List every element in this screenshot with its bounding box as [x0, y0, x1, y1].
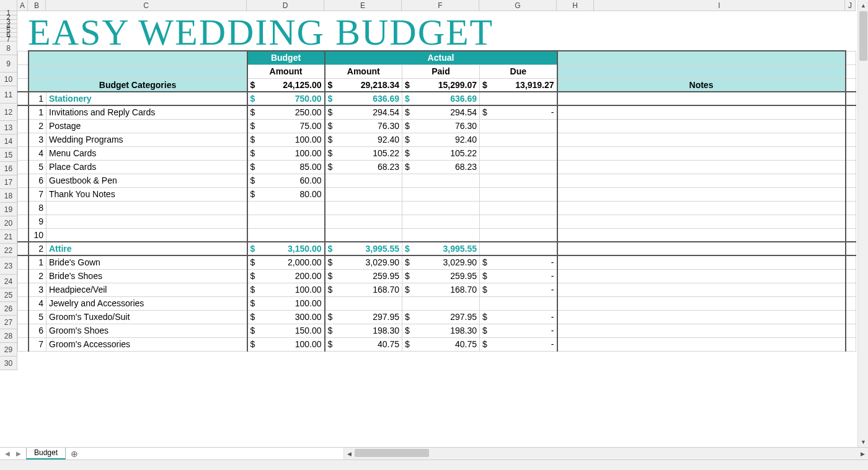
item-due[interactable] [480, 174, 557, 187]
row-header-13[interactable]: 13 [0, 121, 17, 135]
item-due[interactable]: $- [480, 269, 557, 283]
column-header-D[interactable]: D [247, 0, 324, 11]
item-amount[interactable] [325, 187, 402, 201]
row-header-15[interactable]: 15 [0, 148, 17, 162]
item-budget[interactable] [247, 215, 325, 228]
item-paid[interactable]: $105.22 [402, 146, 480, 160]
item-paid[interactable]: $3,029.90 [402, 255, 480, 269]
item-due[interactable]: $- [480, 310, 557, 324]
item-budget[interactable]: $75.00 [247, 119, 325, 133]
row-header-19[interactable]: 19 [0, 203, 17, 216]
item-amount[interactable] [325, 228, 402, 242]
item-notes[interactable] [557, 283, 846, 296]
item-name[interactable]: Headpiece/Veil [46, 283, 247, 296]
row-header-29[interactable]: 29 [0, 343, 17, 357]
horizontal-scrollbar[interactable]: ◀ ▶ [343, 448, 868, 459]
scroll-left-icon[interactable]: ◀ [344, 448, 355, 459]
spreadsheet-grid[interactable]: BudgetActualAmountAmountPaidDueBudget Ca… [17, 11, 856, 352]
item-paid[interactable] [402, 296, 480, 310]
scroll-down-icon[interactable]: ▼ [858, 437, 868, 447]
tab-nav-next-icon[interactable]: ▶ [15, 450, 22, 457]
item-notes[interactable] [557, 119, 846, 133]
row-header-18[interactable]: 18 [0, 189, 17, 203]
item-notes[interactable] [557, 146, 846, 160]
item-paid[interactable] [402, 174, 480, 187]
column-header-E[interactable]: E [324, 0, 402, 11]
item-amount[interactable] [325, 201, 402, 215]
item-due[interactable]: $- [480, 324, 557, 337]
item-notes[interactable] [557, 324, 846, 337]
item-paid[interactable]: $40.75 [402, 337, 480, 351]
item-name[interactable]: Guestbook & Pen [46, 174, 247, 187]
row-header-26[interactable]: 26 [0, 302, 17, 316]
item-paid[interactable]: $294.54 [402, 105, 480, 119]
item-paid[interactable] [402, 228, 480, 242]
item-budget[interactable]: $2,000.00 [247, 255, 325, 269]
item-paid[interactable]: $259.95 [402, 269, 480, 283]
item-budget[interactable]: $250.00 [247, 105, 325, 119]
column-header-C[interactable]: C [46, 0, 247, 11]
item-budget[interactable]: $60.00 [247, 174, 325, 187]
item-budget[interactable]: $85.00 [247, 160, 325, 174]
item-due[interactable] [480, 146, 557, 160]
item-paid[interactable]: $168.70 [402, 283, 480, 296]
row-header-21[interactable]: 21 [0, 230, 17, 244]
item-budget[interactable] [247, 228, 325, 242]
item-paid[interactable]: $68.23 [402, 160, 480, 174]
item-paid[interactable]: $92.40 [402, 133, 480, 146]
item-notes[interactable] [557, 201, 846, 215]
item-amount[interactable]: $297.95 [325, 310, 402, 324]
item-due[interactable] [480, 133, 557, 146]
item-budget[interactable]: $100.00 [247, 337, 325, 351]
scroll-up-icon[interactable]: ▲ [858, 0, 868, 11]
row-header-27[interactable]: 27 [0, 316, 17, 329]
item-due[interactable]: $- [480, 105, 557, 119]
row-header-28[interactable]: 28 [0, 329, 17, 343]
item-amount[interactable]: $40.75 [325, 337, 402, 351]
item-notes[interactable] [557, 296, 846, 310]
item-name[interactable]: Groom's Shoes [46, 324, 247, 337]
item-name[interactable]: Postage [46, 119, 247, 133]
row-header-22[interactable]: 22 [0, 244, 17, 257]
item-due[interactable] [480, 201, 557, 215]
item-amount[interactable]: $105.22 [325, 146, 402, 160]
item-notes[interactable] [557, 310, 846, 324]
column-header-F[interactable]: F [402, 0, 479, 11]
item-name[interactable]: Bride's Gown [46, 255, 247, 269]
item-amount[interactable] [325, 296, 402, 310]
item-notes[interactable] [557, 187, 846, 201]
row-header-10[interactable]: 10 [0, 73, 17, 86]
row-header-11[interactable]: 11 [0, 86, 17, 104]
column-header-I[interactable]: I [594, 0, 845, 11]
item-budget[interactable]: $100.00 [247, 133, 325, 146]
item-name[interactable]: Invitations and Reply Cards [46, 105, 247, 119]
item-notes[interactable] [557, 337, 846, 351]
item-budget[interactable]: $100.00 [247, 283, 325, 296]
item-budget[interactable]: $300.00 [247, 310, 325, 324]
item-budget[interactable]: $100.00 [247, 296, 325, 310]
add-sheet-icon[interactable]: ⊕ [66, 448, 83, 459]
column-header-A[interactable]: A [17, 0, 28, 11]
item-amount[interactable]: $198.30 [325, 324, 402, 337]
row-header-23[interactable]: 23 [0, 257, 17, 275]
row-header-25[interactable]: 25 [0, 288, 17, 302]
item-notes[interactable] [557, 160, 846, 174]
item-notes[interactable] [557, 174, 846, 187]
item-amount[interactable] [325, 174, 402, 187]
scroll-right-icon[interactable]: ▶ [857, 448, 868, 459]
item-notes[interactable] [557, 255, 846, 269]
item-notes[interactable] [557, 228, 846, 242]
item-due[interactable] [480, 215, 557, 228]
row-header-8[interactable]: 8 [0, 42, 17, 55]
item-amount[interactable]: $76.30 [325, 119, 402, 133]
item-due[interactable]: $- [480, 283, 557, 296]
row-header-20[interactable]: 20 [0, 216, 17, 230]
item-paid[interactable]: $76.30 [402, 119, 480, 133]
item-due[interactable] [480, 160, 557, 174]
item-budget[interactable]: $80.00 [247, 187, 325, 201]
tab-nav-prev-icon[interactable]: ◀ [4, 450, 11, 457]
item-due[interactable] [480, 187, 557, 201]
row-header-30[interactable]: 30 [0, 357, 17, 370]
item-paid[interactable] [402, 201, 480, 215]
item-name[interactable]: Jewelry and Accessories [46, 296, 247, 310]
